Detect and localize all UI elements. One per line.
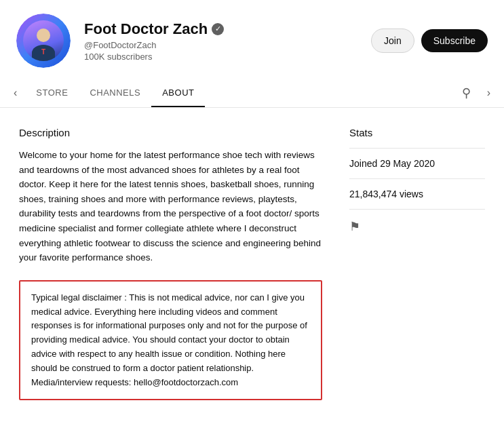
nav-right-arrow[interactable]: › — [479, 80, 499, 106]
channel-header: T Foot Doctor Zach ✓ @FootDoctorZach 100… — [0, 0, 504, 79]
stat-views: 21,843,474 views — [349, 189, 485, 199]
stats-divider-3 — [349, 209, 485, 210]
description-title: Description — [19, 127, 322, 138]
header-actions: Join Subscribe — [371, 28, 488, 53]
channel-info: Foot Doctor Zach ✓ @FootDoctorZach 100K … — [84, 20, 357, 62]
channel-handle: @FootDoctorZach — [84, 40, 357, 50]
disclaimer-box: Typical legal disclaimer : This is not m… — [19, 280, 322, 401]
description-text: Welcome to your home for the latest perf… — [19, 148, 322, 265]
flag-icon[interactable]: ⚑ — [349, 219, 485, 234]
channel-subscribers: 100K subscribers — [84, 52, 357, 62]
stats-divider-2 — [349, 178, 485, 179]
stat-joined: Joined 29 May 2020 — [349, 158, 485, 169]
nav-left-arrow[interactable]: ‹ — [5, 80, 25, 106]
subscribe-button[interactable]: Subscribe — [421, 29, 488, 52]
avatar: T — [16, 14, 71, 68]
content-area: Description Welcome to your home for the… — [0, 108, 504, 419]
verified-icon: ✓ — [212, 23, 224, 35]
tab-about[interactable]: ABOUT — [151, 79, 205, 107]
channel-name-row: Foot Doctor Zach ✓ — [84, 20, 357, 38]
stats-column: Stats Joined 29 May 2020 21,843,474 view… — [349, 127, 485, 400]
channel-name: Foot Doctor Zach — [84, 20, 208, 38]
disclaimer-text: Typical legal disclaimer : This is not m… — [31, 291, 310, 390]
stats-divider — [349, 148, 485, 149]
tab-store[interactable]: STORE — [25, 79, 79, 107]
stats-title: Stats — [349, 127, 485, 138]
search-icon[interactable]: ⚲ — [454, 79, 479, 107]
channel-nav: ‹ STORE CHANNELS ABOUT ⚲ › — [0, 79, 504, 108]
tab-channels[interactable]: CHANNELS — [79, 79, 151, 107]
join-button[interactable]: Join — [371, 28, 414, 53]
about-left-column: Description Welcome to your home for the… — [19, 127, 322, 400]
